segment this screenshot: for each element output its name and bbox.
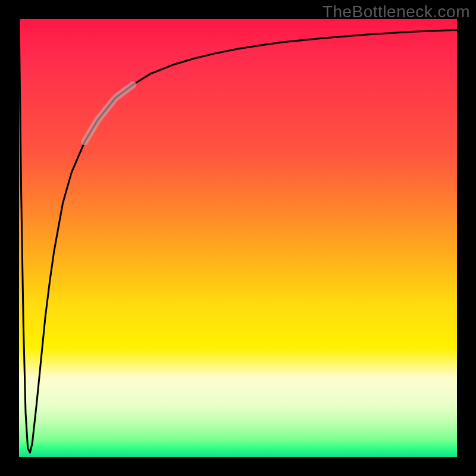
main-curve [19, 19, 457, 453]
curve-layer [19, 19, 457, 457]
highlight-segment [84, 84, 133, 142]
chart-frame: TheBottleneck.com [0, 0, 476, 476]
plot-area [19, 19, 457, 457]
